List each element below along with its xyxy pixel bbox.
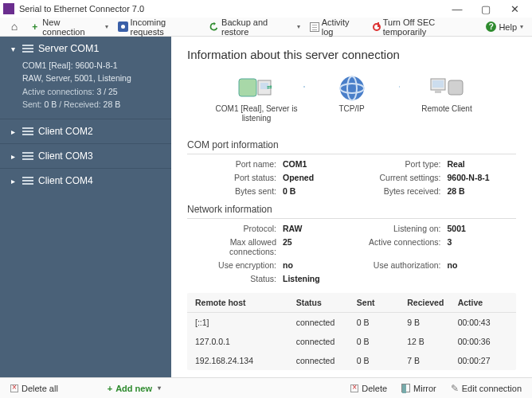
svg-rect-9 [435, 90, 441, 93]
backup-restore-button[interactable]: Backup and restore ▾ [205, 16, 305, 38]
authorization-value: no [448, 260, 458, 270]
edit-connection-button[interactable]: ✎Edit connection [447, 381, 526, 396]
delete-all-button[interactable]: Delete all [6, 382, 62, 395]
page-title: Information about this server connection [187, 48, 516, 61]
protocol-value: RAW [283, 224, 303, 233]
window-title: Serial to Ethernet Connector 7.0 [19, 4, 144, 14]
incoming-requests-label: Incoming requests [131, 18, 199, 37]
new-connection-label: New connection [42, 18, 102, 37]
server-name: Server COM1 [38, 43, 99, 54]
power-icon [373, 23, 381, 31]
new-connection-button[interactable]: + New connection ▾ [25, 16, 112, 38]
flow-node-tcp: TCP/IP [305, 72, 399, 123]
close-button[interactable]: ✕ [500, 0, 529, 18]
chevron-down-icon: ▾ [8, 45, 18, 53]
help-icon: ? [486, 21, 496, 32]
delete-icon [350, 384, 358, 392]
svg-text:⇄: ⇄ [267, 84, 272, 91]
section-title: Network information [187, 201, 516, 219]
table-row[interactable]: 192.168.24.134connected0 B7 B00:00:27 [187, 351, 516, 370]
incoming-icon [118, 21, 127, 32]
sidebar-client-item[interactable]: ▸Client COM4 [0, 168, 171, 193]
client-name: Client COM3 [38, 150, 93, 162]
remote-client-icon [428, 72, 466, 104]
table-row[interactable]: 127.0.0.1connected0 B12 B00:00:36 [187, 332, 516, 351]
log-icon [310, 22, 319, 32]
sidebar: ▾ Server COM1 COM1 [Real]: 9600-N-8-1 RA… [0, 37, 171, 377]
help-button[interactable]: ? Help ▾ [482, 20, 527, 33]
globe-icon [333, 72, 371, 104]
flow-line [399, 86, 401, 88]
plus-icon: + [108, 384, 112, 393]
client-name: Client COM2 [38, 126, 93, 137]
toolbar: ⌂ + New connection ▾ Incoming requests B… [0, 18, 532, 37]
turn-off-button[interactable]: Turn Off SEC temporarily [369, 16, 480, 38]
flow-node-label: Remote Client [421, 104, 471, 123]
port-type-value: Real [448, 159, 465, 169]
svg-rect-10 [448, 80, 463, 95]
remote-host-table: Remote host Status Sent Recieved Active … [187, 293, 516, 370]
max-connections-value: 25 [283, 237, 292, 256]
sidebar-client-item[interactable]: ▸Client COM3 [0, 143, 171, 168]
port-name-value: COM1 [283, 159, 307, 169]
help-label: Help [499, 22, 517, 32]
flow-node-label: TCP/IP [338, 104, 364, 123]
chevron-right-icon: ▸ [8, 127, 18, 136]
main-panel: Information about this server connection… [171, 37, 532, 377]
listening-value: 5001 [448, 224, 466, 233]
encryption-value: no [283, 260, 293, 270]
client-icon [22, 177, 33, 185]
svg-rect-8 [432, 80, 444, 88]
chevron-down-icon: ▾ [158, 384, 161, 392]
footer: Delete all +Add new▾ Delete Mirror ✎Edit… [0, 377, 532, 398]
active-connections-value: 3 [448, 237, 452, 256]
sidebar-server-item[interactable]: ▾ Server COM1 COM1 [Real]: 9600-N-8-1 RA… [0, 37, 171, 119]
com-port-section: COM port information Port name:COM1 Port… [187, 136, 516, 196]
edit-icon: ✎ [451, 383, 459, 394]
backup-icon [209, 21, 219, 33]
activity-log-button[interactable]: Activity log [306, 16, 366, 38]
current-settings-value: 9600-N-8-1 [448, 173, 490, 182]
table-row[interactable]: [::1]connected0 B9 B00:00:43 [187, 313, 516, 332]
net-status-value: Listening [283, 274, 320, 283]
client-icon [22, 127, 33, 135]
chevron-down-icon: ▾ [297, 23, 300, 30]
incoming-requests-button[interactable]: Incoming requests [114, 16, 203, 38]
delete-button[interactable]: Delete [346, 382, 391, 395]
client-icon [22, 152, 33, 160]
server-icon [22, 45, 33, 53]
mirror-icon [401, 384, 410, 392]
sidebar-client-item[interactable]: ▸Client COM2 [0, 119, 171, 143]
add-new-button[interactable]: +Add new▾ [104, 382, 165, 395]
turn-off-label: Turn Off SEC temporarily [383, 18, 477, 37]
backup-restore-label: Backup and restore [221, 18, 294, 37]
port-status-value: Opened [283, 173, 314, 182]
server-active: Active connections: 3 / 25 [22, 85, 163, 98]
server-info-2: RAW, Server, 5001, Listening [22, 72, 163, 84]
bytes-sent-value: 0 B [283, 186, 295, 196]
section-title: COM port information [187, 136, 516, 154]
connection-flow: ⇄ COM1 [Real], Server is listening TCP/I… [187, 72, 516, 131]
home-button[interactable]: ⌂ [5, 20, 24, 34]
flow-line [303, 86, 305, 88]
chevron-right-icon: ▸ [8, 177, 18, 185]
bytes-received-value: 28 B [448, 186, 465, 196]
plus-icon: + [29, 21, 40, 33]
chevron-down-icon: ▾ [105, 23, 108, 30]
table-header: Remote host Status Sent Recieved Active [187, 293, 516, 313]
flow-node-remote: Remote Client [400, 72, 494, 123]
mirror-button[interactable]: Mirror [397, 382, 440, 395]
network-section: Network information Protocol:RAW Listeni… [187, 201, 516, 283]
svg-point-4 [340, 76, 364, 100]
delete-icon [10, 384, 18, 392]
flow-node-com: ⇄ COM1 [Real], Server is listening [209, 72, 303, 123]
chevron-down-icon: ▾ [520, 23, 523, 30]
flow-node-label: COM1 [Real], Server is listening [209, 104, 303, 123]
app-icon [3, 3, 14, 14]
server-info-1: COM1 [Real]: 9600-N-8-1 [22, 59, 163, 72]
activity-log-label: Activity log [322, 18, 362, 37]
server-traffic: Sent: 0 B / Received: 28 B [22, 98, 163, 111]
com-port-icon: ⇄ [237, 72, 276, 104]
client-name: Client COM4 [38, 175, 93, 186]
home-icon: ⌂ [9, 21, 20, 32]
